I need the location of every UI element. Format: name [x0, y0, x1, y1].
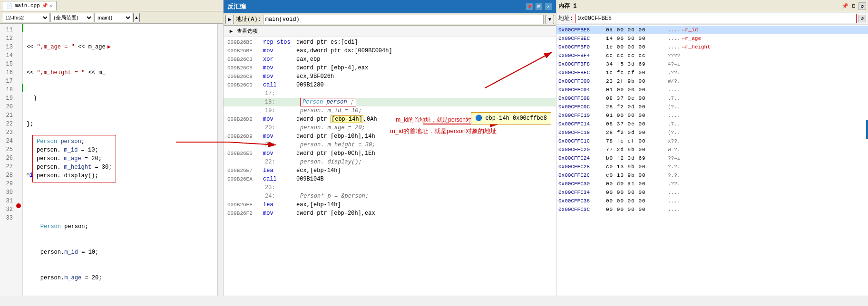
view-options-label: 查看选项: [237, 28, 258, 35]
memory-addr-input[interactable]: [575, 14, 857, 23]
disasm-pin-button[interactable]: 📌: [526, 3, 533, 10]
disasm-source-line: 21: person. m_height = 30;: [224, 141, 556, 149]
disasm-content[interactable]: 009B26BC rep stos dword ptr es:[edi] 009…: [224, 37, 556, 296]
mem-addr: 0x00CFFC08: [558, 94, 606, 103]
memory-refresh-button[interactable]: ↺: [858, 2, 866, 10]
disasm-addr: 009B26EA: [227, 175, 263, 183]
mem-bytes: 28 f2 0d 00: [606, 128, 668, 137]
mem-addr: 0x00CFFC0C: [558, 103, 606, 111]
disasm-source-line: 17:: [224, 89, 556, 98]
mem-addr: 0x00CFFBE8: [558, 26, 606, 34]
memory-content[interactable]: 0x00CFFBE8 0a 00 00 00 .... ←m_id 0x00CF…: [556, 25, 868, 296]
code-line-20: person.m_age = 20;: [27, 274, 214, 282]
person-annotation-box: Person person; person. m_id = 10; person…: [32, 135, 116, 182]
code-text-area[interactable]: << ",m_age = " << m_age ▶ << ",m_height …: [23, 24, 217, 296]
code-line-14: };: [27, 120, 214, 128]
mem-addr: 0x00CFFC20: [558, 145, 606, 154]
memory-row: 0x00CFFC10 01 00 00 00 ....: [556, 111, 868, 120]
memory-row: 0x00CFFC38 00 00 00 00 ....: [556, 197, 868, 205]
mem-ascii: ....: [668, 188, 680, 197]
mem-label: ←m_height: [682, 43, 710, 51]
disasm-addr-input[interactable]: [263, 15, 544, 24]
memory-row: 0x00CFFC3C 00 00 00 00 ....: [556, 205, 868, 214]
memory-row: 0x00CFFBEC 14 00 00 00 .... ←m_age: [556, 34, 868, 43]
disasm-addr: 009B26EF: [227, 201, 263, 209]
disasm-operands: ecx,[ebp-14h]: [296, 166, 552, 175]
disasm-operands: dword ptr [ebp-20h],eax: [296, 209, 552, 218]
memory-pin-button[interactable]: 📌: [841, 2, 849, 10]
mem-label: ←m_id: [682, 26, 698, 34]
disasm-close-button[interactable]: ✕: [545, 3, 552, 10]
mem-ascii: ....: [668, 86, 680, 94]
disasm-addr: 009B26CD: [227, 81, 263, 89]
mem-label: ←m_age: [682, 34, 701, 43]
disasm-line: 009B26C5 mov dword ptr [ebp-4],eax: [224, 64, 556, 72]
disasm-source-line: 23:: [224, 183, 556, 192]
memory-row: 0x00CFFBF8 34 f5 3d 69 4?=i: [556, 60, 868, 68]
main-cpp-tab[interactable]: 📄 main.cpp 📌 ✕: [2, 1, 57, 10]
mem-bytes: 00 00 00 00: [606, 188, 668, 197]
disasm-nav-button[interactable]: ▶: [225, 15, 234, 24]
disasm-addr: 009B26E7: [227, 166, 263, 175]
mem-ascii: ....: [668, 26, 680, 34]
disasm-addr: 009B26BC: [227, 38, 263, 47]
disasm-operands: eax,dword ptr ds:[009BC004h]: [296, 47, 552, 55]
scroll-up-button[interactable]: ▲: [133, 13, 140, 22]
disasm-source: Person person ;: [296, 98, 356, 106]
disasm-line: 009B26C3 xor eax,ebp: [224, 55, 556, 64]
view-options-bar: ▶ 查看选项: [224, 26, 556, 37]
disasm-operands: 009B1280: [296, 81, 552, 89]
disasm-addr: 009B26C3: [227, 55, 263, 64]
mem-ascii: ....: [668, 34, 680, 43]
mem-addr: 0x00CFFC10: [558, 111, 606, 120]
mem-bytes: b0 f2 3d 69: [606, 154, 668, 163]
disasm-instr: mov: [263, 64, 296, 72]
memory-row: 0x00CFFC28 c0 13 9b 00 ?.?.: [556, 163, 868, 171]
mem-bytes: 00 00 00 00: [606, 197, 668, 205]
disasm-instr: mov: [263, 115, 296, 124]
memory-panel: 内存 1 📌 ⊟ ↺ 地址: ↺ 0x00CFFBE8 0a 00 00 00 …: [556, 0, 868, 296]
memory-float-button[interactable]: ⊟: [850, 2, 858, 10]
mem-ascii: ....: [668, 205, 680, 214]
mem-ascii: ....: [668, 197, 680, 205]
disasm-go-button[interactable]: ▼: [546, 15, 554, 24]
mem-bytes: 34 f5 3d 69: [606, 60, 668, 68]
code-content-area: 11 12 13 14 15 16 17 18 19 20 21 22 23 2…: [0, 24, 223, 296]
memory-row: 0x00CFFC1C 78 fc cf 00 x??.: [556, 137, 868, 145]
ebp-tooltip: 🔵 ebp-14h 0x00cffbe8: [471, 112, 551, 124]
disasm-title: 反汇编: [227, 2, 246, 11]
disasm-addr: 009B26E0: [227, 149, 263, 158]
code-scrollbar[interactable]: [217, 24, 223, 296]
disasm-addr-bar: ▶ 地址(A): ▼: [224, 13, 556, 26]
mem-addr: 0x00CFFC38: [558, 197, 606, 205]
disasm-float-button[interactable]: ⊟: [535, 3, 543, 10]
function-selector[interactable]: main(): [94, 13, 132, 22]
tab-close-button[interactable]: ✕: [49, 3, 52, 9]
memory-row: 0x00CFFBF4 cc cc cc cc ????: [556, 51, 868, 60]
mem-ascii: ?.?.: [668, 163, 680, 171]
mem-bytes: 1e 00 00 00: [606, 43, 668, 51]
mem-bytes: 08 37 0e 00: [606, 120, 668, 128]
mem-ascii: w-?.: [668, 145, 680, 154]
disasm-instr: mov: [263, 132, 296, 141]
mem-ascii: ????: [668, 51, 680, 60]
mem-bytes: 77 2d 9b 00: [606, 145, 668, 154]
mem-addr: 0x00CFFC04: [558, 86, 606, 94]
disasm-line: 009B26D9 mov dword ptr [ebp-10h],14h: [224, 132, 556, 141]
mem-addr: 0x00CFFC14: [558, 120, 606, 128]
mem-ascii: #/?.: [668, 77, 680, 86]
code-line-11: << ",m_age = " << m_age ▶: [27, 43, 214, 51]
pin-icon: 📌: [42, 3, 48, 9]
memory-row: 0x00CFFBFC 1c fc cf 00 .??.: [556, 68, 868, 77]
mem-addr: 0x00CFFC00: [558, 77, 606, 86]
disasm-source-line: 22: person. display();: [224, 158, 556, 166]
memory-row: 0x00CFFC0C 28 f2 0d 00 (?..: [556, 103, 868, 111]
memory-addr-refresh[interactable]: ↺: [858, 15, 866, 22]
disasm-addr: 009B26BE: [227, 47, 263, 55]
disasm-line: 009B26BE mov eax,dword ptr ds:[009BC004h…: [224, 47, 556, 55]
file-selector[interactable]: 12-this2: [2, 13, 49, 22]
memory-row: 0x00CFFBF0 1e 00 00 00 .... ←m_height: [556, 43, 868, 51]
scope-selector[interactable]: (全局范围): [50, 13, 93, 22]
disasm-instr: call: [263, 81, 296, 89]
mem-addr: 0x00CFFC2C: [558, 171, 606, 180]
